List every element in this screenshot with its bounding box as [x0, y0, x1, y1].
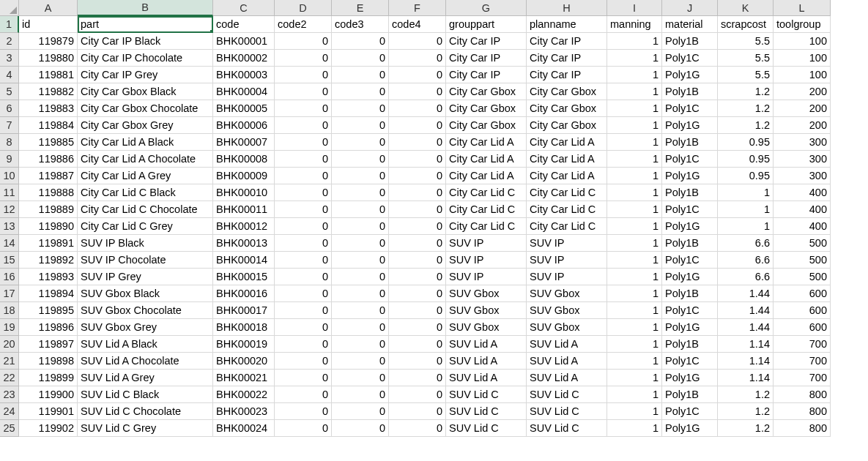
cell-E2[interactable]: 0 — [332, 33, 389, 50]
cell-C13[interactable]: BHK00012 — [213, 218, 275, 235]
cell-D3[interactable]: 0 — [275, 50, 332, 67]
cell-K16[interactable]: 6.6 — [718, 269, 774, 285]
cell-D15[interactable]: 0 — [275, 252, 332, 269]
cell-L20[interactable]: 700 — [774, 336, 831, 353]
cell-L24[interactable]: 800 — [774, 403, 831, 420]
cell-E25[interactable]: 0 — [332, 420, 389, 437]
cell-L25[interactable]: 800 — [774, 420, 831, 437]
cell-D1[interactable]: code2 — [275, 16, 332, 33]
cell-C6[interactable]: BHK00005 — [213, 100, 275, 117]
cell-E8[interactable]: 0 — [332, 134, 389, 151]
cell-B8[interactable]: City Car Lid A Black — [78, 134, 213, 151]
cell-H6[interactable]: City Car Gbox — [527, 100, 607, 117]
cell-J6[interactable]: Poly1C — [662, 100, 718, 117]
cell-G18[interactable]: SUV Gbox — [446, 302, 527, 319]
cell-J20[interactable]: Poly1B — [662, 336, 718, 353]
cell-F13[interactable]: 0 — [389, 218, 446, 235]
cell-E6[interactable]: 0 — [332, 100, 389, 117]
cell-F7[interactable]: 0 — [389, 117, 446, 134]
cell-G8[interactable]: City Car Lid A — [446, 134, 527, 151]
cell-E20[interactable]: 0 — [332, 336, 389, 353]
cell-G7[interactable]: City Car Gbox — [446, 117, 527, 134]
cell-C25[interactable]: BHK00024 — [213, 420, 275, 437]
cell-L21[interactable]: 700 — [774, 353, 831, 370]
cell-C1[interactable]: code — [213, 16, 275, 33]
cell-G10[interactable]: City Car Lid A — [446, 168, 527, 184]
cell-B23[interactable]: SUV Lid C Black — [78, 386, 213, 403]
cell-J3[interactable]: Poly1C — [662, 50, 718, 67]
cell-K4[interactable]: 5.5 — [718, 67, 774, 83]
cell-L2[interactable]: 100 — [774, 33, 831, 50]
row-header-7[interactable]: 7 — [0, 117, 19, 134]
cell-B6[interactable]: City Car Gbox Chocolate — [78, 100, 213, 117]
cell-H23[interactable]: SUV Lid C — [527, 386, 607, 403]
cell-I2[interactable]: 1 — [607, 33, 662, 50]
cell-L16[interactable]: 500 — [774, 269, 831, 285]
cell-L5[interactable]: 200 — [774, 83, 831, 100]
cell-H19[interactable]: SUV Gbox — [527, 319, 607, 336]
cell-F24[interactable]: 0 — [389, 403, 446, 420]
cell-E24[interactable]: 0 — [332, 403, 389, 420]
row-header-18[interactable]: 18 — [0, 302, 19, 319]
cell-A3[interactable]: 119880 — [19, 50, 78, 67]
row-header-20[interactable]: 20 — [0, 336, 19, 353]
cell-J21[interactable]: Poly1C — [662, 353, 718, 370]
cell-G1[interactable]: grouppart — [446, 16, 527, 33]
row-header-12[interactable]: 12 — [0, 201, 19, 218]
cell-J17[interactable]: Poly1B — [662, 285, 718, 302]
cell-I16[interactable]: 1 — [607, 269, 662, 285]
cell-E21[interactable]: 0 — [332, 353, 389, 370]
cell-A21[interactable]: 119898 — [19, 353, 78, 370]
cell-H9[interactable]: City Car Lid A — [527, 151, 607, 168]
cell-K15[interactable]: 6.6 — [718, 252, 774, 269]
cell-H4[interactable]: City Car IP — [527, 67, 607, 83]
cell-F8[interactable]: 0 — [389, 134, 446, 151]
cell-H2[interactable]: City Car IP — [527, 33, 607, 50]
cell-E7[interactable]: 0 — [332, 117, 389, 134]
cell-C2[interactable]: BHK00001 — [213, 33, 275, 50]
cell-J13[interactable]: Poly1G — [662, 218, 718, 235]
cell-D7[interactable]: 0 — [275, 117, 332, 134]
cell-J7[interactable]: Poly1G — [662, 117, 718, 134]
cell-B21[interactable]: SUV Lid A Chocolate — [78, 353, 213, 370]
cell-K17[interactable]: 1.44 — [718, 285, 774, 302]
cell-C24[interactable]: BHK00023 — [213, 403, 275, 420]
cell-K5[interactable]: 1.2 — [718, 83, 774, 100]
cell-L10[interactable]: 300 — [774, 168, 831, 184]
cell-H25[interactable]: SUV Lid C — [527, 420, 607, 437]
cell-K9[interactable]: 0.95 — [718, 151, 774, 168]
cell-B1[interactable]: part — [78, 16, 213, 33]
column-header-L[interactable]: L — [774, 0, 831, 16]
cell-D2[interactable]: 0 — [275, 33, 332, 50]
cell-A20[interactable]: 119897 — [19, 336, 78, 353]
cell-K18[interactable]: 1.44 — [718, 302, 774, 319]
cell-H13[interactable]: City Car Lid C — [527, 218, 607, 235]
column-header-A[interactable]: A — [19, 0, 78, 16]
cell-H8[interactable]: City Car Lid A — [527, 134, 607, 151]
cell-G15[interactable]: SUV IP — [446, 252, 527, 269]
cell-D21[interactable]: 0 — [275, 353, 332, 370]
cell-F1[interactable]: code4 — [389, 16, 446, 33]
cell-I3[interactable]: 1 — [607, 50, 662, 67]
cell-L8[interactable]: 300 — [774, 134, 831, 151]
cell-J25[interactable]: Poly1G — [662, 420, 718, 437]
cell-G23[interactable]: SUV Lid C — [446, 386, 527, 403]
cell-J18[interactable]: Poly1C — [662, 302, 718, 319]
cell-A8[interactable]: 119885 — [19, 134, 78, 151]
cell-L15[interactable]: 500 — [774, 252, 831, 269]
cell-F21[interactable]: 0 — [389, 353, 446, 370]
row-header-17[interactable]: 17 — [0, 285, 19, 302]
cell-F16[interactable]: 0 — [389, 269, 446, 285]
cell-C14[interactable]: BHK00013 — [213, 235, 275, 252]
cell-H3[interactable]: City Car IP — [527, 50, 607, 67]
cell-D10[interactable]: 0 — [275, 168, 332, 184]
cell-A24[interactable]: 119901 — [19, 403, 78, 420]
cell-H12[interactable]: City Car Lid C — [527, 201, 607, 218]
cell-D4[interactable]: 0 — [275, 67, 332, 83]
cell-G2[interactable]: City Car IP — [446, 33, 527, 50]
cell-I9[interactable]: 1 — [607, 151, 662, 168]
cell-D19[interactable]: 0 — [275, 319, 332, 336]
column-header-B[interactable]: B — [78, 0, 213, 16]
row-header-21[interactable]: 21 — [0, 353, 19, 370]
cell-H11[interactable]: City Car Lid C — [527, 184, 607, 201]
